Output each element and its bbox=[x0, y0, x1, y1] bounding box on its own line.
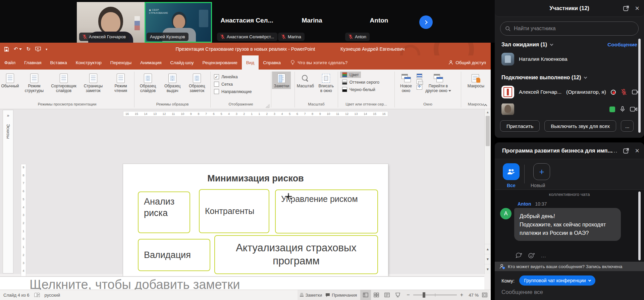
show-checkbox[interactable]: Сетка bbox=[214, 82, 252, 87]
search-participant-input[interactable]: Найти участника bbox=[500, 22, 639, 36]
cascade-icon[interactable] bbox=[417, 79, 422, 84]
customize-qat-icon[interactable]: ▾ bbox=[46, 47, 47, 51]
popout-icon[interactable] bbox=[623, 5, 630, 12]
view-mode-button[interactable]: Режим чтения bbox=[108, 72, 133, 94]
view-mode-button[interactable]: Режим структуры bbox=[19, 72, 49, 94]
view-mode-button[interactable]: Сортировщик слайдов bbox=[49, 72, 78, 94]
ribbon-tab[interactable]: Рецензирование bbox=[198, 55, 241, 70]
next-participants-button[interactable] bbox=[419, 15, 433, 29]
mic-off-icon[interactable] bbox=[621, 89, 627, 95]
close-participants-icon[interactable]: × bbox=[635, 5, 639, 12]
normal-view-button[interactable] bbox=[360, 290, 371, 300]
move-split-icon[interactable] bbox=[417, 85, 422, 90]
zoom-in-button[interactable]: + bbox=[460, 292, 463, 298]
thumbnails-pane-collapsed[interactable]: » Эскизы bbox=[3, 110, 13, 273]
show-checkbox[interactable]: Линейка bbox=[214, 74, 252, 79]
view-mode-button[interactable]: Страницы заметок bbox=[78, 72, 108, 94]
new-window-button[interactable]: Новое окно bbox=[395, 72, 416, 94]
mic-icon[interactable] bbox=[620, 106, 625, 112]
message-more-icon[interactable]: ... bbox=[541, 253, 546, 258]
next-slide-button[interactable]: ▼ bbox=[485, 254, 491, 264]
horizontal-ruler[interactable]: 1615141312111098765432112345678910111213… bbox=[123, 111, 388, 117]
ribbon-tab[interactable]: Анимация bbox=[136, 55, 166, 70]
mute-all-button[interactable]: Выключить звук для всех bbox=[544, 120, 616, 132]
slide-text-box[interactable]: Анализ риска bbox=[138, 191, 190, 233]
save-icon[interactable] bbox=[4, 47, 9, 52]
grayscale-option[interactable]: Оттенки серого bbox=[340, 79, 381, 85]
notes-toggle[interactable]: Заметки bbox=[300, 293, 322, 298]
invite-button[interactable]: Пригласить bbox=[500, 120, 540, 132]
fit-to-window-button[interactable]: Вписать в окно bbox=[315, 72, 337, 94]
close-chat-icon[interactable]: × bbox=[635, 147, 639, 155]
zoom-percentage[interactable]: 47 % bbox=[467, 293, 479, 298]
dialog-launcher-icon[interactable] bbox=[266, 104, 269, 108]
ribbon-tab[interactable]: Главная bbox=[20, 55, 46, 70]
show-checkbox[interactable]: Направляющие bbox=[214, 89, 252, 94]
ribbon-tab[interactable]: Справка bbox=[259, 55, 285, 70]
comments-toggle[interactable]: Примечания bbox=[325, 293, 357, 298]
slide-text-box[interactable]: Актуализация страховых программ bbox=[214, 235, 378, 274]
notes-toggle-button[interactable]: Заметки bbox=[272, 72, 291, 89]
participant-row-partial[interactable] bbox=[501, 103, 637, 115]
account-user-name[interactable]: Кузнецов Андрей Евгеньевич bbox=[340, 43, 491, 55]
start-slideshow-icon[interactable] bbox=[35, 47, 41, 51]
reply-icon[interactable] bbox=[516, 252, 523, 258]
notes-pane[interactable]: Щелкните, чтобы добавить заметки bbox=[0, 276, 484, 290]
expand-pane-icon[interactable]: » bbox=[7, 113, 9, 118]
message-bubble[interactable]: Добрый день! Подскажите, как сейчас прох… bbox=[514, 208, 621, 241]
zoom-slider[interactable] bbox=[413, 290, 457, 300]
switch-window-button[interactable]: Перейти в другое окно bbox=[423, 72, 453, 94]
slide-title[interactable]: Минимизация рисков bbox=[123, 173, 388, 184]
privacy-notice-bar[interactable]: Кто может видеть ваши сообщения? Запись … bbox=[495, 262, 644, 271]
ribbon-tab[interactable]: Вид bbox=[242, 55, 259, 70]
black-white-option[interactable]: Черно-белый bbox=[340, 86, 377, 93]
ribbon-tab[interactable]: Слайд-шоу bbox=[166, 55, 198, 70]
tell-me-search[interactable]: Что вы хотите сделать? bbox=[285, 55, 353, 70]
title-bar[interactable]: Презентация Страхование грузов в новых р… bbox=[0, 43, 491, 55]
joined-section[interactable]: Подключение выполнено (12) bbox=[501, 75, 637, 81]
arrange-all-icon[interactable] bbox=[417, 74, 422, 78]
more-options-button[interactable]: ... bbox=[621, 120, 634, 132]
slide-sorter-view-button[interactable] bbox=[371, 290, 382, 300]
slideshow-view-button[interactable] bbox=[392, 290, 403, 300]
color-option[interactable]: Цвет bbox=[340, 72, 361, 78]
popout-icon[interactable] bbox=[623, 147, 630, 154]
slide-text-box[interactable]: Контрагенты bbox=[199, 189, 269, 233]
participants-scrollbar[interactable] bbox=[638, 39, 641, 133]
vertical-scrollbar[interactable]: ▲ ▲ ▼ ▼ bbox=[484, 109, 491, 274]
zoom-slider-handle[interactable] bbox=[423, 292, 425, 298]
ribbon-tab[interactable]: Переходы bbox=[106, 55, 136, 70]
participant-row-natalia[interactable]: Наталия Клюенкова bbox=[501, 52, 637, 66]
tab-new-chat[interactable]: + Новый чат bbox=[531, 163, 553, 194]
scroll-down-icon[interactable]: ▼ bbox=[485, 264, 491, 274]
master-view-button[interactable]: Образец выдач bbox=[160, 72, 184, 94]
participant-row-host[interactable]: Алексей Гончар... (Организатор, я) bbox=[501, 85, 637, 99]
tab-all-chats[interactable]: Все bbox=[500, 163, 522, 188]
camera-icon[interactable] bbox=[630, 106, 637, 112]
master-view-button[interactable]: Образец слайдов bbox=[135, 72, 160, 94]
fit-slide-to-window-icon[interactable] bbox=[482, 293, 487, 297]
message-author[interactable]: Anton bbox=[518, 201, 531, 207]
redo-icon[interactable]: ↻ bbox=[26, 46, 31, 52]
recipient-selector[interactable]: Групповой чат конференции bbox=[519, 275, 595, 286]
view-mode-button[interactable]: Обычный bbox=[1, 72, 19, 89]
scrollbar-thumb[interactable] bbox=[486, 116, 490, 146]
ribbon-tab[interactable]: Файл bbox=[0, 55, 20, 70]
previous-slide-button[interactable]: ▲ bbox=[485, 244, 491, 254]
macros-button[interactable]: Макросы bbox=[466, 72, 486, 89]
ribbon-tab[interactable]: Вставка bbox=[46, 55, 71, 70]
message-waiting-link[interactable]: Сообщение bbox=[607, 42, 637, 48]
scroll-up-icon[interactable]: ▲ bbox=[485, 111, 491, 114]
chat-scrollbar[interactable] bbox=[638, 191, 641, 260]
share-button[interactable]: Общий доступ bbox=[448, 55, 486, 70]
zoom-out-button[interactable]: − bbox=[407, 292, 410, 298]
zoom-button[interactable]: Масштаб bbox=[296, 72, 315, 89]
reading-view-button[interactable] bbox=[382, 290, 392, 300]
chat-messages-area[interactable]: коллективного чата Anton 10:37 A Добрый … bbox=[495, 189, 644, 262]
ribbon-tab[interactable]: Конструктор bbox=[71, 55, 106, 70]
master-view-button[interactable]: Образец заметок bbox=[184, 72, 210, 94]
language-indicator[interactable]: русский bbox=[45, 293, 60, 298]
spellcheck-icon[interactable] bbox=[34, 293, 40, 298]
chat-message-input[interactable]: Сообщение все bbox=[501, 289, 543, 296]
slide-text-box[interactable]: Валидация bbox=[138, 239, 210, 271]
